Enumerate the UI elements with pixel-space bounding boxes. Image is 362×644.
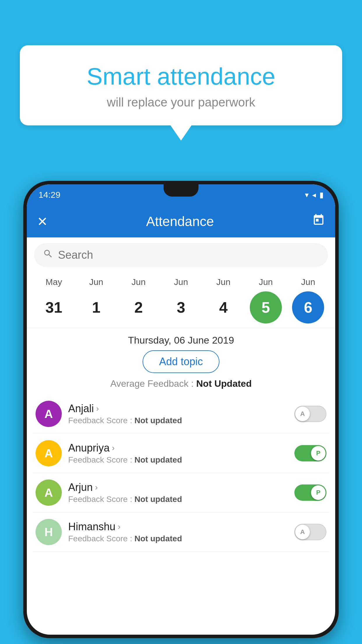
search-icon	[43, 249, 53, 262]
student-feedback-1: Feedback Score : Not updated	[68, 455, 288, 465]
student-item-1[interactable]: A Anupriya › Feedback Score : Not update…	[33, 434, 329, 473]
student-info-1: Anupriya › Feedback Score : Not updated	[68, 442, 288, 465]
chevron-icon: ›	[95, 483, 98, 492]
calendar-month-6: Jun	[289, 276, 327, 288]
calendar-month-1: Jun	[77, 276, 115, 288]
phone-frame: 14:29 ▾ ◂ ▮ ✕ Attendance	[23, 181, 339, 638]
calendar-month-3: Jun	[162, 276, 200, 288]
student-avatar-2: A	[36, 480, 62, 506]
student-name-2[interactable]: Arjun ›	[68, 481, 288, 494]
student-item-0[interactable]: A Anjali › Feedback Score : Not updated …	[33, 394, 329, 434]
student-avatar-1: A	[36, 440, 62, 466]
student-feedback-3: Feedback Score : Not updated	[68, 534, 288, 543]
student-feedback-2: Feedback Score : Not updated	[68, 495, 288, 504]
phone-inner: 14:29 ▾ ◂ ▮ ✕ Attendance	[27, 184, 335, 635]
student-name-0[interactable]: Anjali ›	[68, 402, 288, 415]
battery-icon: ▮	[319, 190, 324, 200]
calendar-day-2[interactable]: 2	[120, 291, 158, 323]
wifi-icon: ▾	[305, 190, 309, 200]
calendar-day-5[interactable]: 5	[247, 291, 285, 323]
close-icon[interactable]: ✕	[37, 214, 48, 229]
student-info-2: Arjun › Feedback Score : Not updated	[68, 481, 288, 504]
calendar-month-0: May	[35, 276, 73, 288]
avg-feedback: Average Feedback : Not Updated	[27, 378, 335, 389]
speech-bubble-title: Smart attendance	[34, 63, 328, 90]
calendar-day-3[interactable]: 3	[162, 291, 200, 323]
speech-bubble: Smart attendance will replace your paper…	[20, 45, 342, 125]
student-avatar-3: H	[36, 519, 62, 545]
student-avatar-0: A	[36, 401, 62, 427]
calendar-month-5: Jun	[247, 276, 285, 288]
attendance-toggle-0[interactable]: A	[294, 406, 326, 422]
student-info-0: Anjali › Feedback Score : Not updated	[68, 402, 288, 425]
student-item-3[interactable]: H Himanshu › Feedback Score : Not update…	[33, 512, 329, 552]
calendar-days[interactable]: 31123456	[27, 288, 335, 326]
student-item-2[interactable]: A Arjun › Feedback Score : Not updated P	[33, 473, 329, 512]
app-bar-title: Attendance	[146, 214, 214, 229]
student-name-3[interactable]: Himanshu ›	[68, 521, 288, 533]
calendar-day-0[interactable]: 31	[35, 291, 73, 323]
attendance-toggle-3[interactable]: A	[294, 524, 326, 540]
student-info-3: Himanshu › Feedback Score : Not updated	[68, 521, 288, 543]
add-topic-button[interactable]: Add topic	[143, 350, 219, 373]
avg-feedback-value: Not Updated	[196, 378, 252, 389]
attendance-toggle-1[interactable]: P	[294, 445, 326, 461]
selected-date: Thursday, 06 June 2019	[27, 328, 335, 350]
chevron-icon: ›	[118, 522, 120, 531]
status-bar: 14:29 ▾ ◂ ▮	[27, 184, 335, 205]
student-list: A Anjali › Feedback Score : Not updated …	[27, 394, 335, 552]
search-bar[interactable]	[34, 243, 328, 267]
calendar-day-1[interactable]: 1	[77, 291, 115, 323]
app-bar: ✕ Attendance	[27, 205, 335, 237]
chevron-icon: ›	[112, 443, 115, 453]
search-input[interactable]	[58, 249, 319, 261]
calendar-day-4[interactable]: 4	[204, 291, 242, 323]
calendar-day-6[interactable]: 6	[289, 291, 327, 323]
calendar-month-2: Jun	[120, 276, 158, 288]
speech-bubble-subtitle: will replace your paperwork	[34, 95, 328, 109]
chevron-icon: ›	[96, 404, 99, 413]
signal-icon: ◂	[312, 190, 316, 200]
avg-feedback-label: Average Feedback :	[110, 378, 194, 389]
calendar-month-4: Jun	[204, 276, 242, 288]
speech-bubble-container: Smart attendance will replace your paper…	[20, 45, 342, 125]
student-name-1[interactable]: Anupriya ›	[68, 442, 288, 454]
status-icons: ▾ ◂ ▮	[305, 190, 324, 200]
calendar-icon[interactable]	[312, 214, 325, 229]
status-time: 14:29	[38, 190, 60, 200]
calendar-months: MayJunJunJunJunJunJun	[27, 276, 335, 288]
calendar-strip: MayJunJunJunJunJunJun 31123456	[27, 273, 335, 328]
notch	[164, 184, 198, 197]
attendance-toggle-2[interactable]: P	[294, 484, 326, 501]
student-feedback-0: Feedback Score : Not updated	[68, 416, 288, 425]
